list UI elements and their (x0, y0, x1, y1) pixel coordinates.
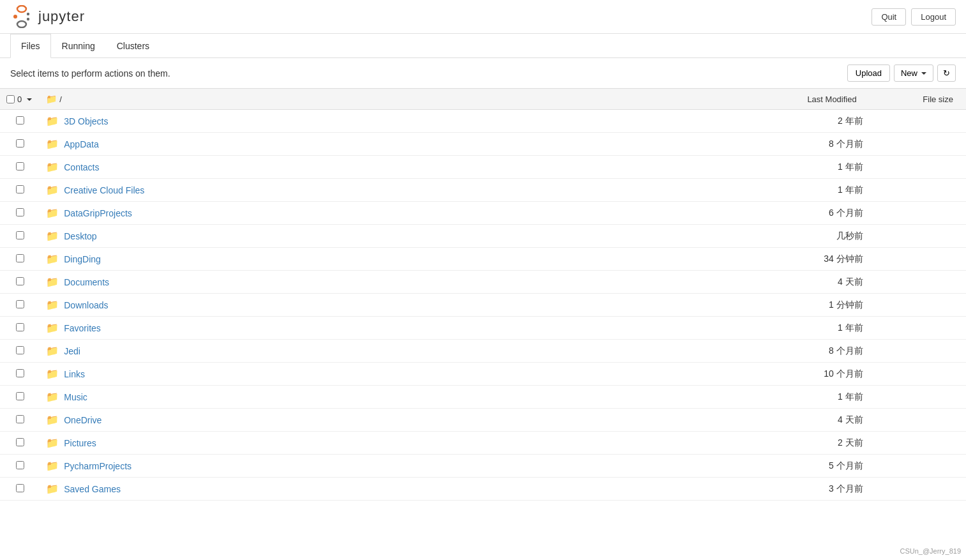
file-link[interactable]: PycharmProjects (64, 461, 132, 471)
row-checkbox[interactable] (16, 438, 24, 446)
row-size-cell (870, 248, 966, 271)
row-size-cell (870, 110, 966, 133)
row-modified-cell: 4 天前 (676, 409, 870, 432)
file-link[interactable]: OneDrive (64, 415, 102, 425)
tab-running[interactable]: Running (51, 34, 106, 58)
row-checkbox-cell (0, 409, 40, 432)
row-modified-cell: 34 分钟前 (676, 248, 870, 271)
folder-icon: 📁 (46, 184, 59, 196)
row-checkbox-cell (0, 271, 40, 294)
refresh-button[interactable]: ↻ (937, 64, 956, 82)
file-link[interactable]: Links (64, 369, 85, 379)
row-name-cell: 📁 Documents (40, 271, 676, 294)
svg-point-4 (27, 18, 29, 20)
row-checkbox[interactable] (16, 415, 24, 423)
table-row: 📁 DingDing 34 分钟前 (0, 248, 966, 271)
row-name-cell: 📁 Music (40, 386, 676, 409)
row-checkbox-cell (0, 225, 40, 248)
row-size-cell (870, 179, 966, 202)
file-link[interactable]: Music (64, 392, 87, 402)
file-link[interactable]: Downloads (64, 300, 108, 310)
header: jupyter Quit Logout (0, 0, 966, 34)
row-checkbox-cell (0, 386, 40, 409)
row-checkbox-cell (0, 363, 40, 386)
folder-icon: 📁 (46, 414, 59, 426)
table-row: 📁 Favorites 1 年前 (0, 317, 966, 340)
table-row: 📁 PycharmProjects 5 个月前 (0, 455, 966, 478)
table-header-row: 0 📁 / Last Modified File size (0, 89, 966, 110)
new-label: New (901, 68, 917, 78)
folder-icon: 📁 (46, 207, 59, 219)
row-size-cell (870, 478, 966, 501)
upload-button[interactable]: Upload (847, 64, 890, 82)
file-link[interactable]: Saved Games (64, 484, 121, 494)
row-modified-cell: 5 个月前 (676, 455, 870, 478)
folder-icon: 📁 (46, 391, 59, 403)
file-link[interactable]: DataGripProjects (64, 208, 132, 218)
new-button[interactable]: New (894, 64, 933, 82)
file-link[interactable]: AppData (64, 139, 98, 149)
file-link[interactable]: Jedi (64, 346, 80, 356)
row-checkbox[interactable] (16, 369, 24, 377)
row-modified-cell: 8 个月前 (676, 340, 870, 363)
row-checkbox-cell (0, 156, 40, 179)
row-checkbox[interactable] (16, 231, 24, 239)
folder-icon: 📁 (46, 368, 59, 380)
file-link[interactable]: Contacts (64, 162, 99, 172)
table-row: 📁 Desktop 几秒前 (0, 225, 966, 248)
row-checkbox[interactable] (16, 208, 24, 216)
select-all-checkbox[interactable] (6, 95, 15, 103)
row-checkbox[interactable] (16, 461, 24, 469)
row-modified-cell: 2 年前 (676, 110, 870, 133)
file-link[interactable]: Documents (64, 277, 109, 287)
row-checkbox[interactable] (16, 277, 24, 285)
logout-button[interactable]: Logout (911, 8, 956, 26)
file-link[interactable]: Pictures (64, 438, 96, 448)
table-row: 📁 AppData 8 个月前 (0, 133, 966, 156)
row-checkbox[interactable] (16, 162, 24, 170)
row-checkbox-cell (0, 478, 40, 501)
row-checkbox[interactable] (16, 323, 24, 331)
row-size-cell (870, 340, 966, 363)
folder-icon: 📁 (46, 299, 59, 311)
folder-icon: 📁 (46, 276, 59, 288)
table-row: 📁 Downloads 1 分钟前 (0, 294, 966, 317)
logo-text: jupyter (38, 8, 85, 25)
row-modified-cell: 1 年前 (676, 317, 870, 340)
row-checkbox[interactable] (16, 392, 24, 400)
file-link[interactable]: Creative Cloud Files (64, 185, 144, 195)
row-checkbox[interactable] (16, 484, 24, 492)
count-dropdown-button[interactable] (24, 95, 33, 104)
row-checkbox[interactable] (16, 300, 24, 308)
folder-icon: 📁 (46, 460, 59, 472)
file-link[interactable]: 3D Objects (64, 116, 108, 126)
row-modified-cell: 几秒前 (676, 225, 870, 248)
file-link[interactable]: Favorites (64, 323, 101, 333)
tab-clusters[interactable]: Clusters (106, 34, 160, 58)
logo: jupyter (10, 5, 85, 28)
row-checkbox[interactable] (16, 116, 24, 125)
row-size-cell (870, 294, 966, 317)
row-checkbox[interactable] (16, 254, 24, 262)
row-size-cell (870, 317, 966, 340)
row-checkbox[interactable] (16, 346, 24, 354)
header-col-size[interactable]: File size (870, 89, 966, 110)
row-checkbox-cell (0, 110, 40, 133)
row-checkbox-cell (0, 340, 40, 363)
col-modified-label: Last Modified (807, 95, 856, 104)
file-link[interactable]: Desktop (64, 231, 96, 241)
tab-files[interactable]: Files (10, 34, 51, 58)
folder-icon: 📁 (46, 138, 59, 150)
file-link[interactable]: DingDing (64, 254, 101, 264)
row-checkbox-cell (0, 133, 40, 156)
quit-button[interactable]: Quit (872, 8, 906, 26)
table-row: 📁 Creative Cloud Files 1 年前 (0, 179, 966, 202)
row-checkbox[interactable] (16, 185, 24, 193)
row-checkbox[interactable] (16, 139, 24, 148)
refresh-icon: ↻ (943, 68, 950, 78)
row-size-cell (870, 225, 966, 248)
header-col-modified[interactable]: Last Modified (676, 89, 870, 110)
table-row: 📁 Music 1 年前 (0, 386, 966, 409)
row-name-cell: 📁 PycharmProjects (40, 455, 676, 478)
breadcrumb-folder-icon: 📁 (46, 94, 57, 104)
